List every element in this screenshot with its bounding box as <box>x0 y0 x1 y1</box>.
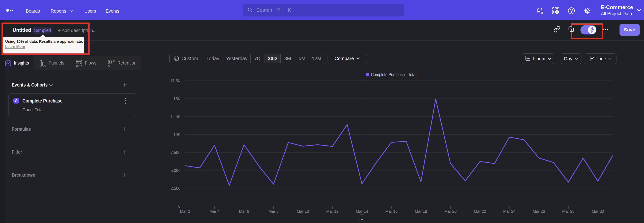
svg-text:2,500: 2,500 <box>170 186 180 191</box>
svg-text:Complete Purchase - Total: Complete Purchase - Total <box>371 72 416 77</box>
svg-text:Mar 28: Mar 28 <box>562 209 574 213</box>
svg-text:Mar 18: Mar 18 <box>415 209 427 213</box>
svg-text:Mar 14: Mar 14 <box>356 209 368 213</box>
svg-text:7,500: 7,500 <box>170 150 180 155</box>
svg-text:Mar 24: Mar 24 <box>503 209 515 213</box>
svg-text:Mar 20: Mar 20 <box>444 209 456 213</box>
svg-text:Mar 6: Mar 6 <box>239 209 249 213</box>
svg-text:Mar 30: Mar 30 <box>592 209 604 213</box>
svg-text:Mar 22: Mar 22 <box>474 209 486 213</box>
svg-text:17.5K: 17.5K <box>170 79 180 83</box>
svg-text:Mar 12: Mar 12 <box>326 209 338 213</box>
svg-text:Mar 2: Mar 2 <box>180 209 190 213</box>
svg-text:5,000: 5,000 <box>170 168 180 173</box>
svg-text:Mar 10: Mar 10 <box>297 209 309 213</box>
svg-text:10K: 10K <box>174 133 180 137</box>
svg-text:Mar 16: Mar 16 <box>385 209 398 213</box>
svg-text:Mar 8: Mar 8 <box>268 209 278 213</box>
svg-text:Mar 4: Mar 4 <box>210 209 220 213</box>
svg-text:12.5K: 12.5K <box>170 115 180 119</box>
svg-text:Mar 26: Mar 26 <box>533 209 545 213</box>
svg-text:15K: 15K <box>174 97 180 101</box>
svg-text:0: 0 <box>178 204 180 208</box>
